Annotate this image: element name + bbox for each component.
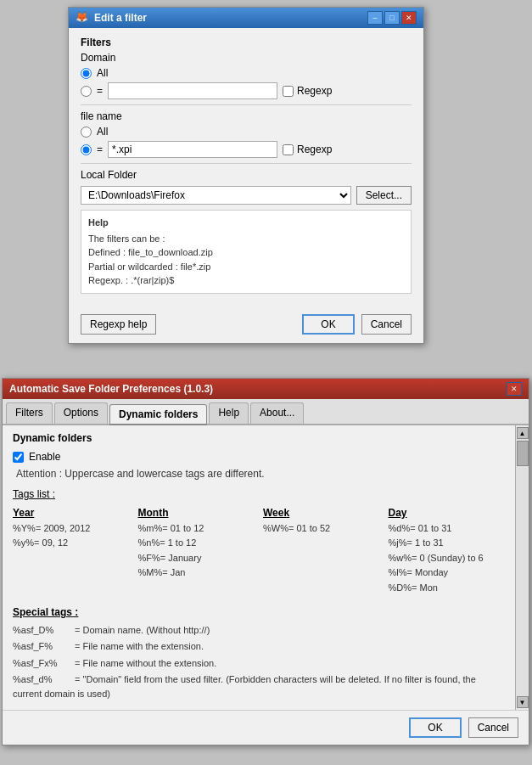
help-line4: Regexp. : .*(rar|zip)$ (88, 273, 404, 288)
week-header: Week (263, 507, 380, 519)
special-tag-4: %asf_d% = "Domain" field from the used f… (13, 672, 505, 700)
special-tag-value-2: = File name with the extension. (75, 641, 204, 651)
month-header: Month (138, 507, 255, 519)
dialog2-titlebar: Automatic Save Folder Preferences (1.0.3… (3, 379, 529, 399)
month-entry-4: %M%= Jan (138, 566, 255, 579)
firefox-icon: 🦊 (76, 11, 89, 25)
help-line1: The filters can be : (88, 232, 404, 246)
day-entry-5: %D%= Mon (389, 582, 506, 594)
filename-all-radio[interactable] (81, 127, 92, 138)
year-column: Year %Y%= 2009, 2012 %y%= 09, 12 (13, 507, 130, 596)
special-tag-key-2: %asf_F% (13, 639, 72, 654)
special-tags-header: Special tags : (13, 606, 505, 618)
minimize-button[interactable]: – (367, 11, 383, 25)
enable-row: Enable (13, 451, 505, 463)
filename-all-row: All (81, 126, 412, 138)
scrollbar-track (516, 439, 529, 696)
month-entry-1: %m%= 01 to 12 (138, 522, 255, 535)
close-button[interactable]: ✕ (401, 11, 417, 25)
localfolder-label: Local Folder (81, 169, 412, 181)
domain-equals-radio[interactable] (81, 86, 92, 97)
domain-all-row: All (81, 67, 412, 79)
dialog2-title: Automatic Save Folder Preferences (1.0.3… (9, 383, 213, 395)
filename-label: file name (81, 110, 412, 122)
day-entry-4: %l%= Monday (389, 566, 506, 579)
dialog1-title-left: 🦊 Edit a filter (76, 11, 147, 25)
year-header: Year (13, 507, 130, 519)
content-title: Dynamic folders (13, 432, 505, 444)
select-button[interactable]: Select... (356, 186, 412, 205)
special-tag-key-1: %asf_D% (13, 623, 72, 638)
titlebar-controls: – □ ✕ (367, 11, 417, 25)
special-tags-section: Special tags : %asf_D% = Domain name. (W… (13, 606, 505, 701)
special-tag-key-4: %asf_d% (13, 672, 72, 687)
day-entry-1: %d%= 01 to 31 (389, 522, 506, 535)
tab-options[interactable]: Options (54, 402, 108, 424)
special-tag-1: %asf_D% = Domain name. (Without http://) (13, 623, 505, 638)
dialog1-title: Edit a filter (94, 12, 147, 24)
tab-filters[interactable]: Filters (6, 402, 53, 424)
tags-list-label: Tags list : (13, 488, 505, 500)
enable-checkbox[interactable] (13, 452, 24, 463)
attention-text: Attention : Uppercase and lowercase tags… (16, 468, 505, 480)
domain-regexp-row: Regexp (283, 85, 332, 97)
dialog1-body: Filters Domain All = Regexp file name Al… (69, 28, 423, 309)
cancel-button[interactable]: Cancel (361, 314, 412, 335)
month-column: Month %m%= 01 to 12 %n%= 1 to 12 %F%= Ja… (138, 507, 255, 596)
scrollbar-down[interactable]: ▼ (517, 696, 529, 708)
month-entry-2: %n%= 1 to 12 (138, 537, 255, 549)
week-entry-1: %W%= 01 to 52 (263, 522, 380, 535)
tab-help[interactable]: Help (209, 402, 249, 424)
dialog2-footer: OK Cancel (3, 710, 529, 745)
filters-label: Filters (81, 37, 412, 48)
special-tag-3: %asf_Fx% = File name without the extensi… (13, 656, 505, 671)
domain-regexp-checkbox[interactable] (283, 86, 294, 97)
tab-dynamic-folders[interactable]: Dynamic folders (109, 404, 207, 425)
special-tag-key-3: %asf_Fx% (13, 656, 72, 671)
dialog2-content: Dynamic folders Enable Attention : Upper… (3, 425, 515, 710)
help-title: Help (88, 216, 404, 230)
ok-button[interactable]: OK (302, 314, 354, 335)
domain-equals-label: = (97, 85, 103, 97)
tags-grid: Year %Y%= 2009, 2012 %y%= 09, 12 Month %… (13, 507, 505, 596)
localfolder-select[interactable]: E:\Downloads\Firefox (81, 186, 351, 205)
filename-input[interactable] (108, 141, 277, 158)
dialog1-footer-right: OK Cancel (302, 314, 412, 335)
tab-about[interactable]: About... (250, 402, 304, 424)
domain-all-radio[interactable] (81, 68, 92, 79)
preferences-dialog: Automatic Save Folder Preferences (1.0.3… (2, 378, 529, 745)
filename-regexp-row: Regexp (283, 143, 332, 155)
help-line3: Partial or wildcarded : file*.zip (88, 260, 404, 274)
filename-equals-radio[interactable] (81, 144, 92, 155)
filename-equals-label: = (97, 143, 103, 155)
dialog2-cancel-button[interactable]: Cancel (468, 717, 518, 738)
enable-label: Enable (29, 451, 60, 463)
special-tag-2: %asf_F% = File name with the extension. (13, 639, 505, 654)
filename-regexp-label: Regexp (297, 143, 332, 155)
scrollbar-thumb[interactable] (517, 441, 529, 466)
dialog2-ok-button[interactable]: OK (409, 717, 461, 738)
tabs-bar: Filters Options Dynamic folders Help Abo… (3, 399, 529, 425)
day-entry-2: %j%= 1 to 31 (389, 537, 506, 549)
localfolder-row: E:\Downloads\Firefox Select... (81, 186, 412, 205)
edit-filter-dialog: 🦊 Edit a filter – □ ✕ Filters Domain All… (68, 7, 424, 344)
domain-label: Domain (81, 52, 412, 64)
domain-input[interactable] (108, 82, 277, 99)
filename-regexp-checkbox[interactable] (283, 144, 294, 155)
year-entry-2: %y%= 09, 12 (13, 537, 130, 549)
day-column: Day %d%= 01 to 31 %j%= 1 to 31 %w%= 0 (S… (389, 507, 506, 596)
filename-all-label: All (97, 126, 108, 138)
scrollbar[interactable]: ▲ ▼ (515, 425, 529, 710)
scrollbar-up[interactable]: ▲ (517, 427, 529, 439)
help-line2: Defined : file_to_download.zip (88, 245, 404, 260)
regexp-help-button[interactable]: Regexp help (81, 314, 156, 335)
maximize-button[interactable]: □ (384, 11, 400, 25)
day-header: Day (389, 507, 506, 519)
domain-all-label: All (97, 67, 108, 79)
year-entry-1: %Y%= 2009, 2012 (13, 522, 130, 535)
domain-regexp-label: Regexp (297, 85, 332, 97)
special-tag-value-4: = "Domain" field from the used filter. (… (13, 674, 476, 699)
day-entry-3: %w%= 0 (Sunday) to 6 (389, 552, 506, 565)
dialog2-close-button[interactable]: ✕ (507, 382, 522, 396)
help-box: Help The filters can be : Defined : file… (81, 210, 412, 294)
